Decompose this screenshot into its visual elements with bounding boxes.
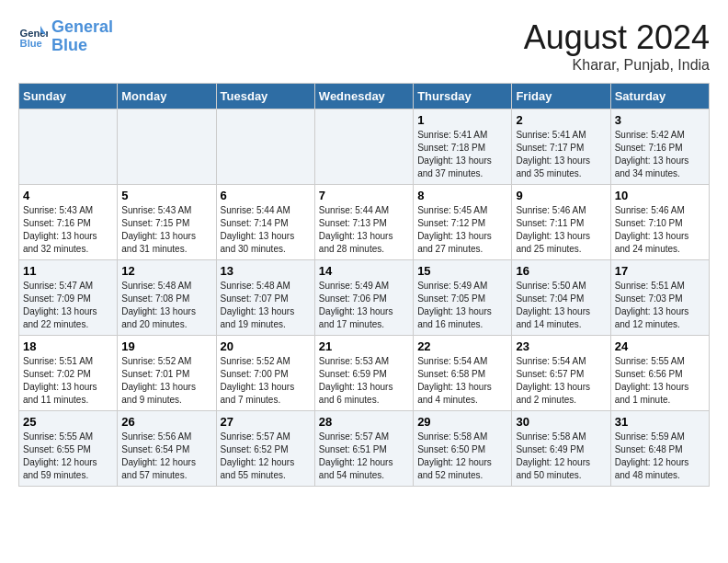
day-number: 30 (516, 415, 606, 429)
calendar-week-row: 18Sunrise: 5:51 AM Sunset: 7:02 PM Dayli… (19, 336, 710, 411)
weekday-header-friday: Friday (512, 84, 610, 109)
calendar-cell: 4Sunrise: 5:43 AM Sunset: 7:16 PM Daylig… (19, 185, 118, 260)
calendar-cell: 29Sunrise: 5:58 AM Sunset: 6:50 PM Dayli… (414, 411, 512, 487)
calendar-cell: 8Sunrise: 5:45 AM Sunset: 7:12 PM Daylig… (414, 185, 512, 260)
calendar-cell: 21Sunrise: 5:53 AM Sunset: 6:59 PM Dayli… (314, 336, 413, 411)
day-number: 14 (319, 264, 409, 278)
day-info: Sunrise: 5:41 AM Sunset: 7:17 PM Dayligh… (516, 129, 606, 180)
day-info: Sunrise: 5:44 AM Sunset: 7:14 PM Dayligh… (221, 204, 311, 256)
day-number: 10 (615, 189, 705, 202)
day-number: 31 (615, 415, 705, 429)
calendar-cell: 16Sunrise: 5:50 AM Sunset: 7:04 PM Dayli… (512, 260, 610, 336)
day-info: Sunrise: 5:54 AM Sunset: 6:58 PM Dayligh… (417, 355, 507, 407)
calendar-cell: 27Sunrise: 5:57 AM Sunset: 6:52 PM Dayli… (216, 411, 314, 487)
day-info: Sunrise: 5:46 AM Sunset: 7:11 PM Dayligh… (516, 204, 606, 256)
calendar-cell: 7Sunrise: 5:44 AM Sunset: 7:13 PM Daylig… (314, 185, 413, 260)
day-number: 27 (221, 415, 311, 429)
calendar-cell: 10Sunrise: 5:46 AM Sunset: 7:10 PM Dayli… (610, 185, 709, 260)
day-number: 19 (121, 339, 211, 353)
day-number: 4 (23, 189, 113, 202)
day-info: Sunrise: 5:55 AM Sunset: 6:56 PM Dayligh… (615, 355, 705, 407)
logo-icon: General Blue (18, 22, 48, 52)
weekday-header-wednesday: Wednesday (314, 84, 413, 109)
weekday-header-tuesday: Tuesday (216, 84, 314, 109)
day-number: 29 (417, 415, 507, 429)
page-header: General Blue GeneralBlue August 2024 Kha… (18, 18, 710, 74)
day-info: Sunrise: 5:51 AM Sunset: 7:02 PM Dayligh… (23, 355, 113, 407)
day-number: 6 (221, 189, 311, 202)
day-number: 23 (516, 339, 606, 353)
calendar-cell: 20Sunrise: 5:52 AM Sunset: 7:00 PM Dayli… (216, 336, 314, 411)
calendar-cell: 2Sunrise: 5:41 AM Sunset: 7:17 PM Daylig… (512, 109, 610, 185)
weekday-header-thursday: Thursday (414, 84, 512, 109)
day-info: Sunrise: 5:57 AM Sunset: 6:51 PM Dayligh… (319, 431, 409, 482)
calendar-cell: 28Sunrise: 5:57 AM Sunset: 6:51 PM Dayli… (314, 411, 413, 487)
day-info: Sunrise: 5:58 AM Sunset: 6:49 PM Dayligh… (516, 431, 606, 482)
day-info: Sunrise: 5:41 AM Sunset: 7:18 PM Dayligh… (417, 129, 507, 180)
day-number: 13 (221, 264, 311, 278)
calendar-cell (314, 109, 413, 185)
day-info: Sunrise: 5:53 AM Sunset: 6:59 PM Dayligh… (319, 355, 409, 407)
day-number: 26 (121, 415, 211, 429)
weekday-header-sunday: Sunday (19, 84, 118, 109)
calendar-week-row: 4Sunrise: 5:43 AM Sunset: 7:16 PM Daylig… (19, 185, 710, 260)
day-number: 11 (23, 264, 113, 278)
day-info: Sunrise: 5:45 AM Sunset: 7:12 PM Dayligh… (417, 204, 507, 256)
day-number: 8 (417, 189, 507, 202)
weekday-header-monday: Monday (118, 84, 216, 109)
day-info: Sunrise: 5:57 AM Sunset: 6:52 PM Dayligh… (221, 431, 311, 482)
svg-text:Blue: Blue (20, 38, 42, 49)
day-number: 25 (23, 415, 113, 429)
day-info: Sunrise: 5:58 AM Sunset: 6:50 PM Dayligh… (417, 431, 507, 482)
calendar-cell: 31Sunrise: 5:59 AM Sunset: 6:48 PM Dayli… (610, 411, 709, 487)
calendar-cell: 30Sunrise: 5:58 AM Sunset: 6:49 PM Dayli… (512, 411, 610, 487)
calendar-cell: 19Sunrise: 5:52 AM Sunset: 7:01 PM Dayli… (118, 336, 216, 411)
calendar-cell: 14Sunrise: 5:49 AM Sunset: 7:06 PM Dayli… (314, 260, 413, 336)
day-info: Sunrise: 5:55 AM Sunset: 6:55 PM Dayligh… (23, 431, 113, 482)
location: Kharar, Punjab, India (524, 57, 710, 74)
calendar-cell: 9Sunrise: 5:46 AM Sunset: 7:11 PM Daylig… (512, 185, 610, 260)
day-info: Sunrise: 5:50 AM Sunset: 7:04 PM Dayligh… (516, 280, 606, 331)
day-number: 22 (417, 339, 507, 353)
calendar-cell: 1Sunrise: 5:41 AM Sunset: 7:18 PM Daylig… (414, 109, 512, 185)
calendar-cell: 3Sunrise: 5:42 AM Sunset: 7:16 PM Daylig… (610, 109, 709, 185)
day-info: Sunrise: 5:49 AM Sunset: 7:06 PM Dayligh… (319, 280, 409, 331)
weekday-header-saturday: Saturday (610, 84, 709, 109)
day-number: 3 (615, 113, 705, 127)
day-info: Sunrise: 5:48 AM Sunset: 7:07 PM Dayligh… (221, 280, 311, 331)
calendar-cell: 12Sunrise: 5:48 AM Sunset: 7:08 PM Dayli… (118, 260, 216, 336)
day-info: Sunrise: 5:59 AM Sunset: 6:48 PM Dayligh… (615, 431, 705, 482)
calendar-cell: 24Sunrise: 5:55 AM Sunset: 6:56 PM Dayli… (610, 336, 709, 411)
day-info: Sunrise: 5:43 AM Sunset: 7:15 PM Dayligh… (121, 204, 211, 256)
day-number: 17 (615, 264, 705, 278)
day-number: 20 (221, 339, 311, 353)
calendar-cell (19, 109, 118, 185)
day-info: Sunrise: 5:49 AM Sunset: 7:05 PM Dayligh… (417, 280, 507, 331)
day-number: 9 (516, 189, 606, 202)
calendar-cell: 6Sunrise: 5:44 AM Sunset: 7:14 PM Daylig… (216, 185, 314, 260)
day-number: 21 (319, 339, 409, 353)
day-info: Sunrise: 5:48 AM Sunset: 7:08 PM Dayligh… (121, 280, 211, 331)
day-info: Sunrise: 5:51 AM Sunset: 7:03 PM Dayligh… (615, 280, 705, 331)
calendar-cell: 5Sunrise: 5:43 AM Sunset: 7:15 PM Daylig… (118, 185, 216, 260)
weekday-header-row: SundayMondayTuesdayWednesdayThursdayFrid… (19, 84, 710, 109)
calendar-cell: 13Sunrise: 5:48 AM Sunset: 7:07 PM Dayli… (216, 260, 314, 336)
day-info: Sunrise: 5:56 AM Sunset: 6:54 PM Dayligh… (121, 431, 211, 482)
calendar-cell: 15Sunrise: 5:49 AM Sunset: 7:05 PM Dayli… (414, 260, 512, 336)
logo: General Blue GeneralBlue (18, 18, 113, 55)
day-number: 7 (319, 189, 409, 202)
day-info: Sunrise: 5:43 AM Sunset: 7:16 PM Dayligh… (23, 204, 113, 256)
day-info: Sunrise: 5:54 AM Sunset: 6:57 PM Dayligh… (516, 355, 606, 407)
day-info: Sunrise: 5:52 AM Sunset: 7:00 PM Dayligh… (221, 355, 311, 407)
calendar-week-row: 11Sunrise: 5:47 AM Sunset: 7:09 PM Dayli… (19, 260, 710, 336)
calendar-cell: 22Sunrise: 5:54 AM Sunset: 6:58 PM Dayli… (414, 336, 512, 411)
calendar-cell (216, 109, 314, 185)
day-info: Sunrise: 5:47 AM Sunset: 7:09 PM Dayligh… (23, 280, 113, 331)
day-number: 28 (319, 415, 409, 429)
calendar-table: SundayMondayTuesdayWednesdayThursdayFrid… (18, 83, 710, 487)
calendar-cell: 18Sunrise: 5:51 AM Sunset: 7:02 PM Dayli… (19, 336, 118, 411)
day-number: 24 (615, 339, 705, 353)
calendar-cell: 26Sunrise: 5:56 AM Sunset: 6:54 PM Dayli… (118, 411, 216, 487)
month-year: August 2024 (524, 18, 710, 57)
day-number: 1 (417, 113, 507, 127)
